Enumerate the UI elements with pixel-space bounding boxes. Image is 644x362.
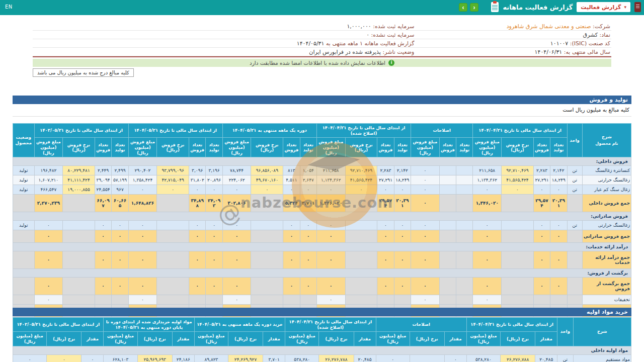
cell: ۴,۵۱۱ (283, 175, 300, 185)
row-label: کنسانتره زغالسنگ (582, 166, 631, 175)
column-header: مبلغ (میلیون ریال) (285, 332, 319, 346)
status-cell: تولید (13, 185, 35, 195)
cell: ۰ (411, 221, 440, 230)
cell: ۵۳۸,۲۸۰ (466, 354, 500, 362)
cell (63, 278, 95, 295)
cell (502, 295, 534, 305)
menu-icon[interactable] (634, 2, 641, 12)
cell: ۰ (206, 230, 222, 243)
cell: ۲,۴۹۹ (112, 166, 128, 175)
cell: ۴۱,۵۶۵,۴۲۴ (345, 175, 377, 185)
column-header: مبلغ فروش (میلیون ریال) (222, 138, 251, 157)
cell: ۰ (206, 278, 222, 295)
cell (345, 230, 377, 243)
cell (345, 195, 377, 212)
section-label: فروش صادراتی: (13, 212, 631, 221)
cell: ۹۶,۸۵۶,۰۸۹ (251, 166, 283, 175)
cell: ۰ (411, 230, 440, 243)
cell (439, 175, 456, 185)
cell: ۰ (316, 251, 345, 269)
cell: ۰ (34, 295, 63, 305)
column-header: نرخ (ریال) (137, 332, 172, 346)
cell: ۸۰,۲۲۹,۴۸۱ (63, 166, 95, 175)
column-group-header: دوره یک ماهه منتهی به ۱۴۰۴/۰۵/۳۱ (222, 124, 316, 138)
cell: ۰ (283, 278, 300, 295)
column-header: شرحنام محصول (582, 124, 631, 157)
info-value[interactable]: صنعتی و معدنی شمال شرق شاهرود (507, 23, 591, 30)
status-cell (13, 278, 35, 295)
cell (456, 166, 473, 175)
cell: ۰ (411, 166, 440, 175)
cell: ۲۹,۵۷۴ (533, 195, 550, 212)
cell: ۰ (34, 221, 63, 230)
cell: ۱,۱۳۴,۳۶۲ (473, 175, 502, 185)
cell: ۱۸,۲۴۹ (394, 175, 411, 185)
cell: ۰ (411, 175, 440, 185)
cell: ۱۹۶,۴۸۲ (34, 166, 63, 175)
cell (456, 221, 473, 230)
section-label: برگشت از فروش: (13, 269, 631, 278)
status-cell: تولید (13, 221, 35, 230)
next-report-button[interactable]: › (470, 3, 478, 12)
prev-report-button[interactable]: ‹ (459, 3, 467, 12)
cell: ۳۹,۰۹۴ (95, 175, 111, 185)
report-type-select[interactable]: گزارش فعالیت ▾ (577, 2, 630, 12)
cell: ۰ (550, 185, 567, 195)
cell (439, 251, 456, 269)
cell (95, 295, 111, 305)
cell: ۲۶,۲۷۶,۷۸۸ (500, 354, 535, 362)
unit-cell: تن (567, 221, 582, 230)
cell (439, 185, 456, 195)
cell: ۰ (95, 221, 111, 230)
cell: ۲۹,۵۷۴ (377, 195, 394, 212)
cell: ۰ (473, 230, 502, 243)
cell: ۰ (411, 185, 440, 195)
cell: ۰ (411, 195, 440, 212)
cell (456, 278, 473, 295)
cell (550, 295, 567, 305)
cell: ۴۱,۵۶۵,۴۲۴ (502, 175, 534, 185)
signature-match-notice: i اطلاعات نمایش داده شده با اطلاعات امضا… (33, 59, 611, 67)
cell (345, 251, 377, 269)
cell (345, 278, 377, 295)
cell: ۰ (394, 278, 411, 295)
cell: ۰ (222, 230, 251, 243)
status-cell (13, 230, 35, 243)
cell: ۰ (251, 185, 283, 195)
column-group-header: مواد اولیه خریداری شده از ابتدای دوره تا… (104, 318, 194, 332)
info-value: ۱,۰۰۰,۰۰۰ (347, 23, 371, 30)
cell (502, 195, 534, 212)
cell: ۰ (533, 251, 550, 269)
cell (189, 295, 206, 305)
cell (456, 175, 473, 185)
production-sales-table: شرحنام محصولواحداز ابتدای سال مالی تا تا… (13, 123, 631, 317)
cell: ۲۴,۵۵۴ (95, 185, 111, 195)
column-header: مبلغ (میلیون ریال) (104, 332, 137, 346)
column-header: مبلغ فروش (میلیون ریال) (34, 138, 63, 157)
cell: ۰ (444, 354, 466, 362)
column-group-header: اصلاحات (376, 318, 466, 332)
cell: ۲۱۱,۶۵۸ (316, 166, 345, 175)
cell (533, 295, 550, 305)
column-group-header: از ابتدای سال مالی تا تاریخ ۱۴۰۳/۰۵/۳۱ (13, 318, 104, 332)
info-field: سرمایه ثبت شده: ۱,۰۰۰,۰۰۰ (34, 23, 414, 30)
raw-materials-table-wrap: شرحواحداز ابتدای سال مالی تا تاریخ ۱۴۰۴/… (13, 317, 631, 362)
cell: ۲۰,۳۹۱ (550, 195, 567, 212)
cell: ۰ (34, 251, 63, 269)
section-label: فروش داخلی: (13, 157, 631, 166)
cell (63, 295, 95, 305)
info-field: سال مالی منتهی به: ۱۴۰۴/۰۶/۳۱ (414, 49, 610, 55)
language-toggle[interactable]: EN (5, 4, 13, 10)
column-header: نرخ فروش (ریال) (157, 138, 189, 157)
cell: ۰ (206, 185, 222, 195)
cell: ۰ (533, 185, 550, 195)
cell: ۶۶,۰۹۷ (95, 195, 111, 212)
row-label: زغالسنگ حرارتی (582, 221, 631, 230)
column-header: مبلغ فروش (میلیون ریال) (473, 138, 502, 157)
column-header: مبلغ (میلیون ریال) (194, 332, 228, 346)
cell: ۲,۱۴۲ (394, 166, 411, 175)
unit-cell (567, 295, 582, 305)
cell (439, 195, 456, 212)
cell (345, 295, 377, 305)
chevron-down-icon: ▾ (624, 5, 626, 10)
